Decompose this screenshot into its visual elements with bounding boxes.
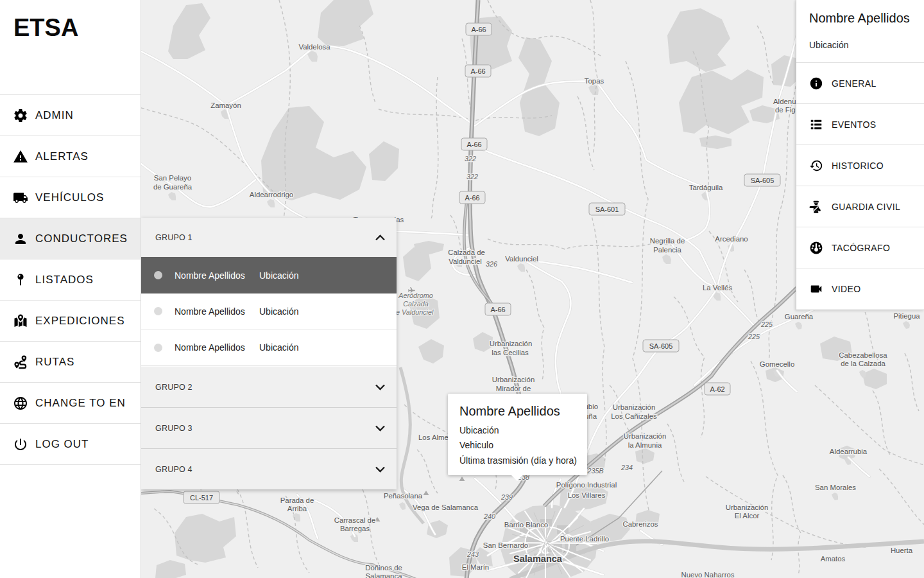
svg-text:Aldearrodrigo: Aldearrodrigo bbox=[250, 191, 293, 198]
svg-text:Pitiegua: Pitiegua bbox=[893, 312, 920, 320]
svg-text:SA-605: SA-605 bbox=[751, 177, 774, 184]
svg-text:Arcediano: Arcediano bbox=[715, 235, 748, 243]
svg-text:Calzada de: Calzada de bbox=[448, 249, 485, 256]
svg-text:El Alcor: El Alcor bbox=[735, 512, 760, 520]
svg-text:Topas: Topas bbox=[585, 77, 604, 85]
svg-text:322: 322 bbox=[465, 155, 476, 162]
svg-text:Huerta: Huerta bbox=[891, 547, 913, 554]
svg-text:A-62: A-62 bbox=[710, 385, 724, 393]
svg-text:234: 234 bbox=[620, 464, 633, 471]
svg-text:Vega de Salamanca: Vega de Salamanca bbox=[413, 504, 479, 511]
svg-text:Gomecello: Gomecello bbox=[760, 360, 794, 368]
svg-text:Urbanización: Urbanización bbox=[490, 340, 532, 347]
svg-text:SA-605: SA-605 bbox=[649, 342, 673, 350]
svg-text:239: 239 bbox=[501, 493, 513, 501]
svg-text:Aldearrubia: Aldearrubia bbox=[830, 448, 868, 455]
svg-text:Barrio Blanco: Barrio Blanco bbox=[504, 521, 548, 529]
svg-text:Los Villares: Los Villares bbox=[568, 491, 606, 499]
svg-text:322: 322 bbox=[466, 173, 478, 180]
svg-text:Los Cañizales: Los Cañizales bbox=[611, 412, 657, 420]
svg-text:SA-601: SA-601 bbox=[595, 206, 619, 213]
svg-text:Urbanización: Urbanización bbox=[492, 376, 535, 383]
svg-text:Puente Ladrillo: Puente Ladrillo bbox=[560, 535, 609, 543]
svg-text:San Pelayo: San Pelayo bbox=[154, 174, 191, 182]
svg-text:Guareña: Guareña bbox=[785, 313, 814, 320]
svg-text:Urbanización: Urbanización bbox=[624, 432, 666, 440]
svg-text:la Almunia: la Almunia bbox=[628, 441, 662, 449]
svg-text:Amatos: Amatos bbox=[821, 555, 846, 563]
svg-text:Cabrerizos: Cabrerizos bbox=[622, 520, 658, 528]
svg-text:326: 326 bbox=[486, 260, 497, 268]
svg-text:Aeródromo: Aeródromo bbox=[398, 292, 432, 299]
svg-text:Zamayón: Zamayón bbox=[210, 101, 241, 109]
svg-text:Valdunciel: Valdunciel bbox=[449, 258, 482, 265]
svg-text:San Morales: San Morales bbox=[815, 484, 856, 491]
svg-text:Nuevo Naharros: Nuevo Naharros bbox=[681, 571, 735, 578]
svg-text:235B: 235B bbox=[586, 467, 603, 475]
svg-text:Calzada: Calzada bbox=[403, 300, 429, 308]
svg-text:de la Calzada: de la Calzada bbox=[841, 360, 886, 367]
svg-text:Salamanca: Salamanca bbox=[513, 554, 563, 564]
svg-text:Peñasolana: Peñasolana bbox=[384, 492, 423, 500]
svg-text:Cabezabellosa: Cabezabellosa bbox=[839, 351, 887, 359]
svg-text:de Guareña: de Guareña bbox=[153, 183, 193, 191]
svg-text:225: 225 bbox=[760, 320, 773, 328]
svg-text:Valdunciel: Valdunciel bbox=[505, 255, 538, 263]
svg-text:Arriba: Arriba bbox=[287, 505, 307, 512]
svg-text:Polígono Industrial: Polígono Industrial bbox=[556, 481, 617, 489]
svg-text:le Valdunciel: le Valdunciel bbox=[395, 308, 434, 316]
svg-text:A-66: A-66 bbox=[466, 141, 481, 148]
svg-text:A-66: A-66 bbox=[470, 67, 485, 75]
svg-text:La Vellés: La Vellés bbox=[703, 284, 733, 292]
svg-text:Doñinos de: Doñinos de bbox=[365, 564, 402, 572]
svg-text:CL-517: CL-517 bbox=[190, 494, 213, 502]
svg-text:Urbanización: Urbanización bbox=[613, 403, 655, 411]
svg-text:A-66: A-66 bbox=[465, 194, 479, 202]
svg-text:Negrilla de: Negrilla de bbox=[650, 237, 685, 245]
svg-text:Salamanca: Salamanca bbox=[366, 572, 403, 578]
svg-text:Palencia: Palencia bbox=[653, 246, 681, 254]
svg-text:Mirador de: Mirador de bbox=[496, 385, 531, 392]
svg-text:Parada de: Parada de bbox=[280, 496, 314, 504]
svg-text:las Cecilias: las Cecilias bbox=[492, 349, 529, 356]
svg-text:Tardáguila: Tardáguila bbox=[689, 184, 723, 191]
svg-text:A-66: A-66 bbox=[490, 306, 505, 313]
svg-text:San Bernardo: San Bernardo bbox=[483, 541, 528, 549]
svg-text:El Marín: El Marín bbox=[462, 563, 489, 571]
svg-text:225: 225 bbox=[748, 333, 760, 340]
svg-text:Carrascal de: Carrascal de bbox=[334, 516, 376, 524]
svg-text:240: 240 bbox=[483, 512, 495, 520]
svg-text:Barregas: Barregas bbox=[340, 525, 370, 532]
svg-text:Urbanización: Urbanización bbox=[726, 504, 768, 511]
svg-text:Valdelosa: Valdelosa bbox=[298, 43, 330, 51]
svg-text:A-66: A-66 bbox=[471, 26, 486, 33]
svg-text:243: 243 bbox=[466, 550, 479, 558]
